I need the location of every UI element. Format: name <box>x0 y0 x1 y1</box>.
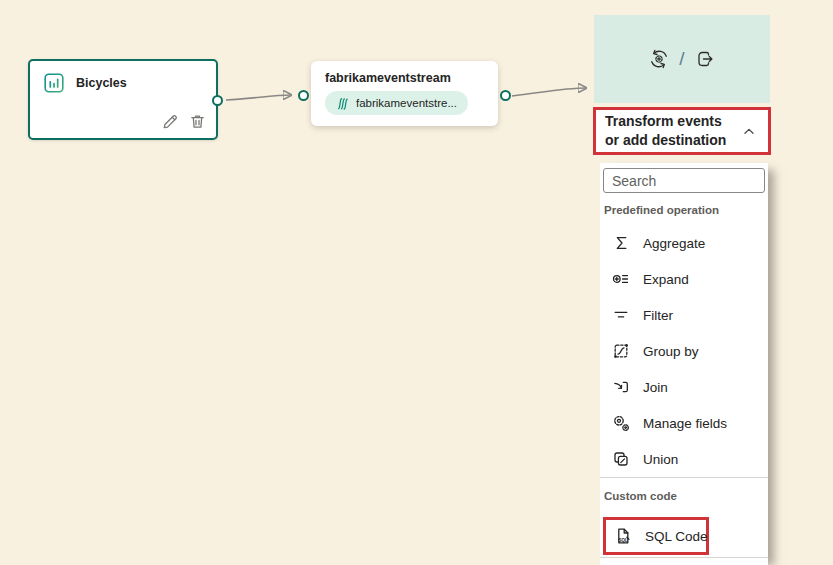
chevron-up-icon[interactable] <box>742 126 756 136</box>
bottom-divider <box>600 557 768 558</box>
sql-code-highlight-box: SQL SQL Code <box>603 517 709 555</box>
source-output-connector[interactable] <box>212 95 223 106</box>
menu-item-manage-fields[interactable]: Manage fields <box>600 405 768 441</box>
node-actions <box>162 113 206 130</box>
stream-node-fabrikameventstream[interactable]: fabrikameventstream fabrikameventstre... <box>311 61 498 126</box>
join-icon <box>612 378 630 396</box>
eventstream-canvas: Bicycles fabrikameventstream <box>0 0 833 565</box>
edge-stream-to-placeholder <box>512 88 586 96</box>
custom-code-section-label: Custom code <box>604 490 768 504</box>
svg-text:SQL: SQL <box>618 538 628 543</box>
menu-item-union[interactable]: Union <box>600 441 768 477</box>
edge-source-to-stream <box>226 95 291 100</box>
menu-item-expand[interactable]: Expand <box>600 261 768 297</box>
stream-badge[interactable]: fabrikameventstre... <box>325 91 468 115</box>
section-divider <box>600 477 768 478</box>
menu-item-sql-code[interactable]: SQL SQL Code <box>606 520 708 552</box>
stream-badge-label: fabrikameventstre... <box>356 97 457 109</box>
menu-item-aggregate[interactable]: Aggregate <box>600 225 768 261</box>
filter-icon <box>612 306 630 324</box>
expand-list-icon <box>612 270 630 288</box>
menu-item-filter[interactable]: Filter <box>600 297 768 333</box>
destination-exit-icon <box>694 48 716 70</box>
sql-document-icon: SQL <box>614 527 632 545</box>
source-node-bicycles[interactable]: Bicycles <box>28 59 218 140</box>
eventstream-icon <box>336 96 350 111</box>
predefined-operation-section-label: Predefined operation <box>604 204 768 218</box>
predefined-operation-list: Aggregate Expand Filte <box>600 225 768 477</box>
delete-trash-icon[interactable] <box>189 113 206 130</box>
bar-chart-icon <box>44 73 64 93</box>
manage-fields-gears-icon <box>612 414 630 432</box>
source-node-title: Bicycles <box>76 76 127 90</box>
group-by-icon <box>612 342 630 360</box>
source-node-header: Bicycles <box>30 61 216 93</box>
sigma-icon <box>612 234 630 252</box>
menu-item-join[interactable]: Join <box>600 369 768 405</box>
operations-menu-panel: Predefined operation Aggregate <box>600 163 768 565</box>
transform-dropdown-toggle[interactable]: Transform events or add destination <box>593 107 771 155</box>
transform-sync-gear-icon <box>648 48 670 70</box>
stream-input-connector[interactable] <box>298 90 309 101</box>
stream-node-title: fabrikameventstream <box>325 71 451 85</box>
edit-pencil-icon[interactable] <box>162 113 179 130</box>
stream-node-header: fabrikameventstream <box>311 61 498 85</box>
transform-dropdown-label: Transform events or add destination <box>596 112 734 151</box>
union-icon <box>612 450 630 468</box>
menu-item-group-by[interactable]: Group by <box>600 333 768 369</box>
destination-placeholder-node[interactable]: / <box>594 15 770 103</box>
search-input[interactable] <box>603 168 765 193</box>
slash-separator: / <box>679 48 684 70</box>
stream-output-connector[interactable] <box>500 90 511 101</box>
